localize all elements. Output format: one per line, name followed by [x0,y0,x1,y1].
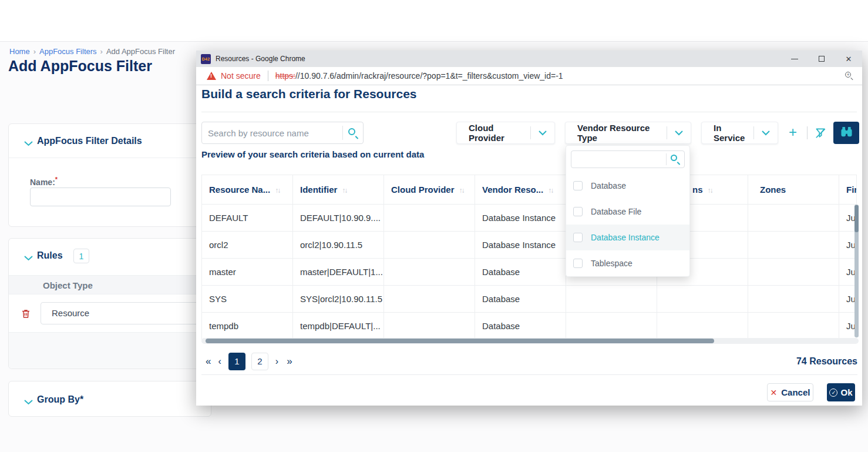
search-resources-button[interactable] [833,122,859,144]
dropdown-option-database-file[interactable]: Database File [566,199,689,225]
rule-row: Resource [9,294,211,333]
rules-count-badge: 1 [73,249,89,263]
maximize-button[interactable] [808,51,835,67]
checkbox[interactable] [573,233,583,242]
address-bar[interactable]: Not secure https://10.90.7.6/admin/rackr… [196,67,862,85]
details-card-title: AppFocus Filter Details [37,136,142,146]
vertical-scrollbar[interactable] [854,205,859,337]
previous-page-button[interactable]: ‹ [214,356,225,367]
breadcrumb-separator: › [33,47,36,56]
dropdown-option-tablespace[interactable]: Tablespace [566,250,689,276]
in-service-filter-button[interactable]: In Service [701,122,778,144]
breadcrumb-appfocus-filters[interactable]: AppFocus Filters [39,47,97,56]
minimize-button[interactable] [781,51,808,67]
sort-icon: ↑↓ [459,186,464,195]
rules-card-title: Rules [37,250,63,261]
resource-search-box [201,122,364,144]
heading-divider [201,112,857,112]
window-title: Resources - Google Chrome [216,55,305,63]
sort-icon: ↑↓ [708,186,712,195]
table-row[interactable]: mastermaster|DEFAULT|1...DatabaseJu [202,259,857,286]
not-secure-label[interactable]: Not secure [221,71,261,81]
dropdown-search-box [571,150,685,168]
table-row[interactable]: orcl2orcl2|10.90.11.5Database InstanceJu [202,232,857,259]
table-header-row: Resource Na...↑↓ Identifier↑↓ Cloud Prov… [202,175,857,205]
breadcrumb-separator: › [100,47,103,56]
chevron-down-icon [24,397,33,407]
checkbox[interactable] [573,207,583,216]
window-titlebar: D42 Resources - Google Chrome ✕ [196,51,862,67]
table-row[interactable]: SYSSYS|orcl2|10.90.11.5DatabaseJu [202,286,857,313]
resource-search-input[interactable] [202,128,342,138]
resources-table: Resource Na...↑↓ Identifier↑↓ Cloud Prov… [201,175,857,340]
page-1-button[interactable]: 1 [228,353,245,370]
cloud-provider-filter-label: Cloud Provider [457,123,522,143]
trash-icon[interactable] [21,309,31,319]
total-resources-count: 74 Resources [796,356,857,367]
ok-button[interactable]: ✓ Ok [827,383,855,401]
chevron-down-icon [754,128,778,138]
toolbar-divider [807,126,808,139]
rules-card-header[interactable]: Rules 1 [9,239,211,273]
object-type-select[interactable]: Resource [41,302,204,324]
url-scheme: https: [275,71,295,81]
column-vendor-resource-type[interactable]: Vendor Reso...↑↓ [475,175,566,205]
checkbox[interactable] [573,181,583,190]
table-row[interactable]: tempdbtempdb|DEFAULT|...DatabaseJu [202,313,857,340]
object-type-value: Resource [52,308,89,318]
dropdown-search-input[interactable] [571,155,666,164]
cancel-button[interactable]: ✕ Cancel [767,383,813,401]
dropdown-option-database-instance[interactable]: Database Instance [566,225,689,250]
column-cloud-provider[interactable]: Cloud Provider↑↓ [384,175,475,205]
page-title: Add AppFocus Filter [8,58,152,75]
url-text[interactable]: https://10.90.7.6/admin/rackraj/resource… [275,71,563,81]
chevron-down-icon [24,253,33,263]
close-icon: ✕ [771,388,778,397]
appfocus-filter-details-card: AppFocus Filter Details Name:* [8,123,211,227]
name-field[interactable] [30,188,171,206]
sort-icon: ↑↓ [275,186,280,195]
search-icon[interactable] [343,122,363,143]
chevron-down-icon [667,128,691,138]
column-first-detected[interactable]: Firs [839,175,857,205]
warning-icon [207,72,216,80]
d42-favicon: D42 [201,54,211,64]
url-rest: //10.90.7.6/admin/rackraj/resource/?pop=… [295,71,563,81]
breadcrumb-home[interactable]: Home [9,47,30,56]
vertical-scrollbar-thumb[interactable] [854,205,859,232]
sort-icon: ↑↓ [548,186,553,195]
rules-card: Rules 1 Object Type Resource [8,238,211,369]
next-page-button[interactable]: › [271,356,282,367]
binoculars-icon [840,126,853,140]
column-zones[interactable]: Zones [748,175,839,205]
cloud-provider-filter-button[interactable]: Cloud Provider [456,122,555,144]
required-asterisk: * [55,176,58,183]
url-divider [268,71,268,81]
page-2-button[interactable]: 2 [251,353,268,370]
table-row[interactable]: DEFAULTDEFAULT|10.90.9....Database Insta… [202,205,857,232]
checkbox[interactable] [573,259,583,268]
group-by-header[interactable]: Group By* [9,381,211,417]
dropdown-option-database[interactable]: Database [566,173,689,199]
column-identifier[interactable]: Identifier↑↓ [293,175,384,205]
close-button[interactable]: ✕ [835,51,862,67]
maximize-icon [819,56,825,62]
preview-caption: Preview of your search criteria based on… [201,149,424,159]
add-filter-icon[interactable]: + [786,126,800,140]
vendor-resource-type-filter-button[interactable]: Vendor Resource Type [565,122,691,144]
clear-filter-icon[interactable] [814,126,827,139]
check-circle-icon: ✓ [829,389,837,397]
zoom-page-icon[interactable]: + [845,71,854,81]
breadcrumb-current: Add AppFocus Filter [106,47,175,56]
details-card-header[interactable]: AppFocus Filter Details [9,124,211,158]
column-resource-name[interactable]: Resource Na...↑↓ [202,175,293,205]
horizontal-scrollbar[interactable] [201,338,859,344]
search-icon[interactable] [667,151,684,168]
horizontal-scrollbar-thumb[interactable] [206,339,714,343]
minimize-icon [791,59,798,59]
rules-card-footer [9,332,211,369]
pagination: « ‹ 1 2 › » 74 Resources [201,348,857,375]
chrome-popup-window: D42 Resources - Google Chrome ✕ Not secu… [196,51,862,406]
last-page-button[interactable]: » [282,356,295,367]
first-page-button[interactable]: « [201,356,214,367]
